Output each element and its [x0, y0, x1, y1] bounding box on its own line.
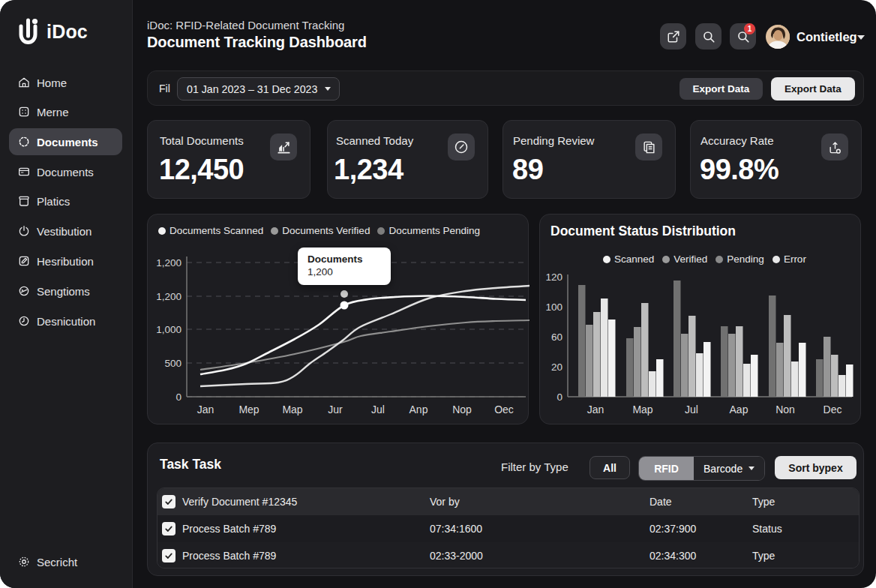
svg-text:Map: Map [632, 404, 652, 416]
svg-text:Non: Non [776, 404, 795, 416]
svg-text:0: 0 [176, 392, 182, 403]
svg-text:0: 0 [556, 392, 562, 403]
svg-text:1,200: 1,200 [156, 257, 182, 268]
svg-text:Map: Map [282, 404, 302, 416]
svg-text:Jul: Jul [685, 404, 698, 416]
svg-text:1,000: 1,000 [156, 324, 182, 335]
svg-text:Jur: Jur [328, 404, 343, 416]
svg-text:20: 20 [551, 362, 562, 373]
svg-text:Anp: Anp [410, 404, 428, 416]
svg-text:Nop: Nop [452, 404, 472, 416]
svg-text:1,200: 1,200 [156, 291, 182, 302]
svg-text:Oec: Oec [494, 404, 514, 416]
svg-text:500: 500 [164, 358, 182, 369]
svg-text:Dec: Dec [824, 404, 842, 416]
svg-text:Jan: Jan [197, 404, 214, 416]
svg-text:60: 60 [551, 332, 562, 343]
svg-text:Aap: Aap [730, 404, 748, 416]
svg-text:100: 100 [545, 302, 562, 313]
svg-text:Mep: Mep [238, 404, 259, 416]
svg-text:Jul: Jul [371, 404, 385, 416]
svg-text:120: 120 [545, 272, 562, 283]
svg-text:Jan: Jan [587, 404, 604, 416]
